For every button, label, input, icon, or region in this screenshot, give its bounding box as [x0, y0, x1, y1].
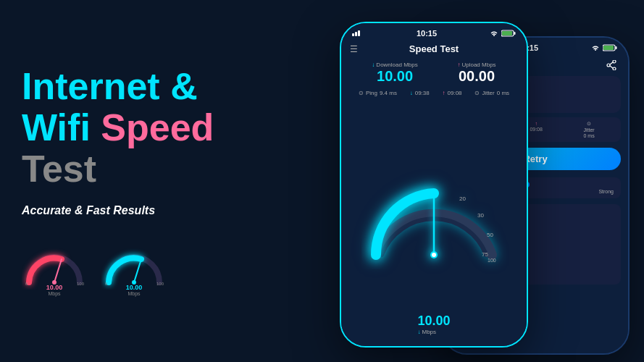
title-line2: Wifi Speed [22, 107, 246, 148]
gauge-download-icon: ↓ [417, 329, 420, 335]
title-line1: Internet & [22, 66, 246, 107]
gauge-number: 10.00 [417, 313, 450, 329]
ping-circle-icon: ⊙ [359, 90, 364, 96]
app-title: Speed Test [409, 43, 459, 54]
svg-rect-13 [603, 46, 614, 50]
gauge-container: 0 1 5 10 20 30 50 75 100 [341, 98, 527, 346]
svg-text:75: 75 [482, 251, 488, 258]
svg-text:100: 100 [156, 282, 164, 286]
gauge-value-display: 10.00 ↓ Mbps [417, 313, 450, 335]
upload-arrow-icon: ↑ [535, 121, 538, 126]
mini-gauge-2-unit: Mbps [127, 291, 140, 296]
mini-gauge-2-value: 10.00 [126, 284, 143, 291]
jitter-label: Jitter [482, 90, 494, 96]
upload-stat: 09:08 [448, 90, 462, 96]
svg-line-6 [134, 259, 141, 282]
stat-jitter-label: Jitter [584, 127, 595, 132]
main-title: Internet & Wifi Speed Test [22, 66, 246, 190]
front-battery-icon [501, 30, 516, 37]
jitter-value: 0 ms [497, 90, 509, 96]
ping-label: Ping [366, 90, 377, 96]
left-section: Internet & Wifi Speed Test Accurate & Fa… [0, 0, 268, 362]
share-icon[interactable] [606, 60, 617, 70]
download-col: ↓ Download Mbps 10.00 [372, 62, 417, 85]
svg-text:30: 30 [477, 212, 484, 219]
svg-point-16 [607, 64, 610, 67]
svg-rect-22 [355, 32, 357, 36]
svg-text:20: 20 [459, 195, 466, 202]
mini-gauge-1-value: 10.00 [46, 284, 63, 291]
upload-stat-item: ↑ 09:08 [443, 90, 462, 96]
subtitle: Accurate & Fast Results [22, 204, 246, 217]
title-wifi: Wifi [22, 106, 101, 148]
title-test: Test [22, 148, 96, 190]
mini-gauge-2: 0 100 10.00 Mbps [101, 246, 167, 296]
mini-gauge-1-unit: Mbps [48, 291, 60, 296]
ul-stat-icon: ↑ [443, 90, 446, 96]
title-speed: Speed [101, 106, 214, 148]
dl-stat-icon: ↓ [410, 90, 413, 96]
mini-gauge-1-svg: 0 100 [22, 246, 87, 290]
download-value: 10.00 [377, 68, 413, 85]
ping-item: ⊙ Ping 9.4 ms [359, 90, 397, 96]
back-status-icons [591, 44, 617, 51]
phone-front: 10:15 ☰ Speed Test [340, 22, 528, 348]
hamburger-icon[interactable]: ☰ [350, 44, 358, 54]
stat-jitter-val: 0 ms [584, 133, 595, 138]
title-line3: Test [22, 148, 246, 190]
ping-row: ⊙ Ping 9.4 ms ↓ 09:38 ↑ 09:08 ⊙ Jitter 0… [341, 88, 527, 98]
svg-line-18 [610, 65, 613, 67]
jitter-circle-icon: ⊙ [474, 90, 480, 96]
signal-strong-label: Strong [598, 189, 614, 194]
phones-container: 10:15 Result [253, 0, 644, 362]
phone-front-screen: 10:15 ☰ Speed Test [341, 23, 527, 346]
svg-text:100: 100 [488, 258, 496, 263]
upload-value: 00.00 [459, 68, 495, 85]
stat-upload-val: 09:08 [530, 127, 543, 132]
svg-text:100: 100 [77, 282, 85, 286]
svg-line-2 [54, 259, 62, 282]
svg-point-38 [432, 253, 436, 257]
svg-rect-23 [358, 30, 360, 36]
upload-label: ↑ Upload Mbps [457, 62, 495, 68]
ping-value: 9.4 ms [380, 90, 397, 96]
gauge-unit: ↓ Mbps [417, 329, 450, 335]
mini-gauge-2-svg: 0 100 [101, 246, 167, 290]
svg-rect-21 [352, 33, 354, 36]
jitter-item: ⊙ Jitter 0 ms [474, 90, 509, 96]
svg-rect-12 [615, 46, 616, 49]
svg-line-17 [610, 62, 613, 64]
mini-gauges: 0 100 10.00 Mbps 0 100 10.00 Mbps [22, 246, 246, 296]
jitter-icon: ⊙ [587, 121, 591, 127]
svg-text:50: 50 [487, 232, 493, 238]
stat-jitter: ⊙ Jitter 0 ms [584, 121, 595, 138]
svg-rect-25 [514, 32, 515, 35]
mini-gauge-1: 0 100 10.00 Mbps [22, 246, 87, 296]
front-status-bar: 10:15 [341, 23, 527, 41]
back-battery-icon [603, 44, 617, 51]
svg-point-15 [613, 67, 616, 70]
front-status-icons [490, 30, 516, 37]
stat-upload: ↑ 09:08 [530, 121, 543, 138]
title-internet: Internet & [22, 65, 198, 107]
download-label: ↓ Download Mbps [372, 62, 417, 68]
front-time: 10:15 [417, 29, 437, 38]
speedometer-svg: 0 1 5 10 20 30 50 75 100 [361, 175, 506, 269]
download-stat-item: ↓ 09:38 [410, 90, 430, 96]
front-signal-icon [352, 29, 364, 38]
svg-rect-26 [502, 31, 512, 35]
upload-col: ↑ Upload Mbps 00.00 [457, 62, 495, 85]
gauge-unit-text: Mbps [422, 329, 436, 335]
app-header: ☰ Speed Test [341, 41, 527, 59]
back-wifi-icon [591, 44, 600, 51]
download-stat: 09:38 [415, 90, 430, 96]
front-wifi-icon [490, 30, 498, 37]
speed-values: ↓ Download Mbps 10.00 ↑ Upload Mbps 00.0… [341, 59, 527, 88]
svg-point-14 [613, 60, 616, 63]
